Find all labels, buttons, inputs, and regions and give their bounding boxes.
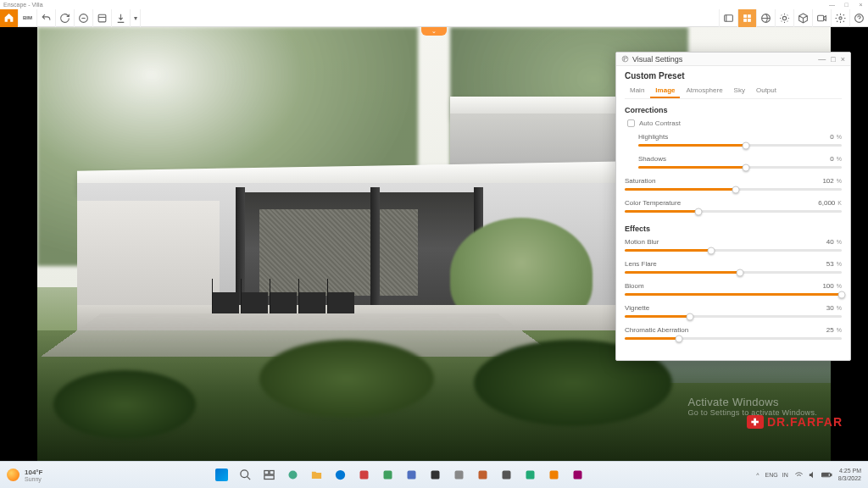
app-icon-6[interactable] (472, 465, 492, 485)
panel-title: Visual Settings (632, 55, 682, 64)
slider-track[interactable] (625, 271, 842, 274)
palette-icon (621, 55, 629, 63)
panel-handle-icon[interactable]: ⌄ (421, 27, 447, 36)
app-icon-8[interactable] (520, 465, 540, 485)
slider-thumb[interactable] (708, 247, 715, 254)
slider-track[interactable] (625, 249, 842, 252)
slider-highlights: Highlights0% (638, 133, 842, 147)
window-close[interactable]: × (857, 2, 865, 8)
svg-rect-9 (818, 15, 824, 21)
edge-icon[interactable] (330, 465, 350, 485)
svg-rect-34 (822, 474, 828, 475)
svg-rect-18 (270, 471, 274, 474)
explorer-icon[interactable] (306, 465, 326, 485)
home-button[interactable] (0, 9, 19, 27)
app-icon-4[interactable] (425, 465, 445, 485)
taskbar-clock[interactable]: 4:25 PM 8/3/2022 (838, 468, 861, 482)
slider-track[interactable] (625, 337, 842, 340)
slider-thumb[interactable] (676, 335, 683, 342)
app-icon-10[interactable] (567, 465, 587, 485)
slider-track[interactable] (638, 166, 842, 169)
slider-thumb[interactable] (686, 313, 693, 320)
svg-point-10 (839, 16, 842, 19)
taskbar-weather[interactable]: 104°F Sunny (7, 469, 42, 482)
sun-button[interactable] (775, 9, 793, 27)
search-button[interactable] (235, 465, 255, 485)
battery-icon[interactable] (821, 470, 832, 480)
slider-thumb[interactable] (736, 269, 743, 276)
window-maximize[interactable]: □ (843, 2, 850, 8)
slider-track[interactable] (625, 188, 842, 191)
slider-track[interactable] (625, 315, 842, 318)
widgets-button[interactable] (282, 465, 303, 485)
letterbox-left (0, 27, 37, 461)
taskbar-tray[interactable]: ^ ENG IN 4:25 PM 8/3/2022 (756, 468, 861, 482)
video-button[interactable] (812, 9, 831, 27)
main-toolbar: BIM ▾ (0, 9, 868, 27)
export-button[interactable] (112, 9, 131, 27)
tab-atmosphere[interactable]: Atmosphere (681, 84, 727, 98)
slider-thumb[interactable] (743, 164, 750, 171)
help-button[interactable] (849, 9, 868, 27)
weather-temp: 104°F (25, 469, 42, 476)
svg-rect-4 (748, 14, 751, 18)
weather-label: Sunny (25, 476, 42, 482)
filter-button[interactable] (75, 9, 93, 27)
volume-icon[interactable] (808, 470, 817, 480)
app-icon-1[interactable] (353, 465, 374, 485)
tab-image[interactable]: Image (650, 84, 680, 98)
slider-thumb[interactable] (743, 141, 750, 149)
export-dropdown[interactable]: ▾ (131, 9, 141, 27)
windows-taskbar[interactable]: 104°F Sunny ^ ENG IN 4:25 PM (0, 461, 868, 488)
tray-lang[interactable]: ENG (765, 472, 778, 478)
layers-button[interactable] (93, 9, 112, 27)
svg-rect-27 (478, 471, 487, 480)
app-icon-3[interactable] (401, 465, 421, 485)
preset-name: Custom Preset (625, 71, 842, 80)
app-icon-7[interactable] (496, 465, 516, 485)
slider-thumb[interactable] (732, 186, 739, 193)
auto-contrast-label: Auto Contrast (639, 119, 681, 127)
slider-lens-flare: Lens Flare53% (625, 260, 842, 274)
svg-point-15 (624, 59, 625, 60)
window-minimize[interactable]: — (828, 2, 836, 8)
sync-button[interactable] (56, 9, 75, 27)
start-button[interactable] (211, 465, 231, 485)
panel-close[interactable]: × (841, 55, 845, 64)
globe-button[interactable] (756, 9, 775, 27)
wifi-icon[interactable] (794, 470, 804, 480)
app-icon-2[interactable] (377, 465, 398, 485)
slider-thumb[interactable] (838, 291, 846, 298)
tray-chevron-icon[interactable]: ^ (756, 472, 759, 478)
tab-sky[interactable]: Sky (729, 84, 750, 98)
settings-button[interactable] (831, 9, 849, 27)
slider-track[interactable] (638, 144, 842, 147)
tab-main[interactable]: Main (625, 84, 649, 98)
panel-maximize[interactable]: □ (831, 55, 835, 64)
undo-button[interactable] (37, 9, 56, 27)
slider-bloom: Bloom100% (625, 282, 842, 296)
svg-rect-26 (454, 471, 463, 480)
svg-rect-1 (98, 14, 106, 22)
section-corrections: Corrections (625, 106, 842, 114)
app-icon-5[interactable] (448, 465, 469, 485)
auto-contrast-checkbox[interactable] (627, 119, 635, 127)
slider-saturation: Saturation102% (625, 177, 842, 191)
tab-output[interactable]: Output (751, 84, 782, 98)
panel-header[interactable]: Visual Settings — □ × (616, 53, 850, 66)
slider-thumb[interactable] (695, 208, 703, 215)
svg-point-14 (626, 58, 626, 58)
package-button[interactable] (793, 9, 812, 27)
styles-button[interactable] (737, 9, 756, 27)
taskview-button[interactable] (259, 465, 279, 485)
bim-button[interactable]: BIM (19, 9, 37, 27)
toolbar-right (719, 9, 868, 26)
svg-rect-19 (264, 475, 274, 479)
slider-track[interactable] (625, 293, 842, 296)
app-icon-9[interactable] (543, 465, 564, 485)
panel-minimize[interactable]: — (818, 55, 826, 64)
tray-region[interactable]: IN (782, 472, 788, 478)
svg-point-12 (622, 56, 628, 62)
renders-button[interactable] (719, 9, 737, 27)
slider-track[interactable] (625, 210, 842, 213)
